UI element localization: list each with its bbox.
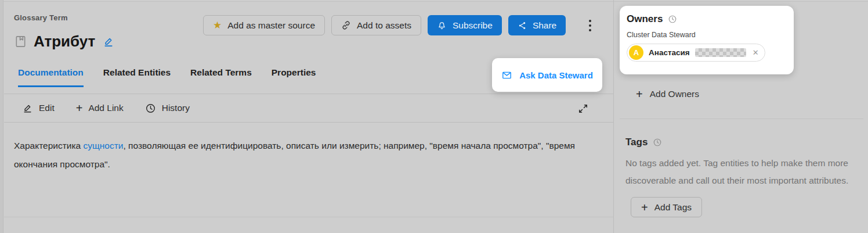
plus-icon: + [641,202,648,213]
owner-name: Анастасия [649,48,690,57]
tab-bar: Documentation Related Entities Related T… [18,67,316,87]
ask-data-steward-button[interactable]: Ask Data Steward [492,58,602,92]
entity-link[interactable]: сущности [84,141,124,150]
tab-properties[interactable]: Properties [272,67,316,87]
content-bottom-divider [4,217,613,217]
tab-related-entities[interactable]: Related Entities [103,67,171,87]
sidebar-divider-vertical [613,0,614,233]
bell-icon [437,20,447,30]
owners-title-row: Owners [627,13,787,25]
owner-chip[interactable]: A Анастасия ✕ [627,44,765,62]
glossary-term-page: Glossary Term Атрибут ★ Add as master so… [0,0,868,233]
history-clock-icon[interactable] [668,15,677,24]
redacted-surname [695,48,746,57]
owners-section: Owners Cluster Data Steward A Анастасия … [620,6,794,74]
history-button[interactable]: History [145,103,190,114]
top-divider [0,1,868,2]
tab-related-terms[interactable]: Related Terms [190,67,252,87]
share-button[interactable]: Share [508,15,566,35]
pencil-underline-icon [22,103,33,114]
expand-icon[interactable] [577,102,591,116]
subscribe-button[interactable]: Subscribe [428,15,502,35]
history-clock-icon[interactable] [653,138,662,147]
plus-icon: + [636,88,643,100]
header-actions: ★ Add as master source Add to assets Sub… [203,15,566,35]
title-row: Атрибут [14,33,114,51]
page-title: Атрибут [34,33,95,51]
tags-title-row: Tags [625,137,662,148]
add-owners-button[interactable]: + Add Owners [636,88,699,100]
clock-icon [145,103,156,114]
owners-title: Owners [627,13,663,25]
edit-title-button[interactable] [103,36,114,48]
envelope-icon [501,70,512,81]
add-tags-button[interactable]: + Add Tags [631,197,702,217]
edit-button[interactable]: Edit [22,103,55,114]
add-link-button[interactable]: + Add Link [76,102,124,114]
toolbar-divider [4,122,613,123]
remove-owner-icon[interactable]: ✕ [751,48,759,57]
star-icon: ★ [213,20,222,30]
share-nodes-icon [518,21,527,30]
sidebar-section-divider [620,119,863,119]
more-options-button[interactable] [584,17,596,34]
add-as-master-source-button[interactable]: ★ Add as master source [203,15,325,35]
definition-text: Характеристика [14,141,84,150]
link-icon [341,20,351,30]
plus-icon: + [76,102,83,114]
tags-title: Tags [625,137,648,148]
glossary-term-icon [14,35,27,48]
left-edge-strip [0,0,3,233]
entity-type-label: Glossary Term [14,13,68,22]
tab-documentation[interactable]: Documentation [18,67,84,87]
ownership-type-label: Cluster Data Steward [627,31,787,39]
tab-bar-divider [4,94,613,94]
tags-empty-state-text: No tags added yet. Tag entities to help … [625,155,866,189]
avatar: A [629,45,643,60]
documentation-toolbar: Edit + Add Link History [22,99,190,117]
add-to-assets-button[interactable]: Add to assets [331,15,421,35]
term-definition: Характеристика сущности, позволяющая ее … [14,137,591,174]
